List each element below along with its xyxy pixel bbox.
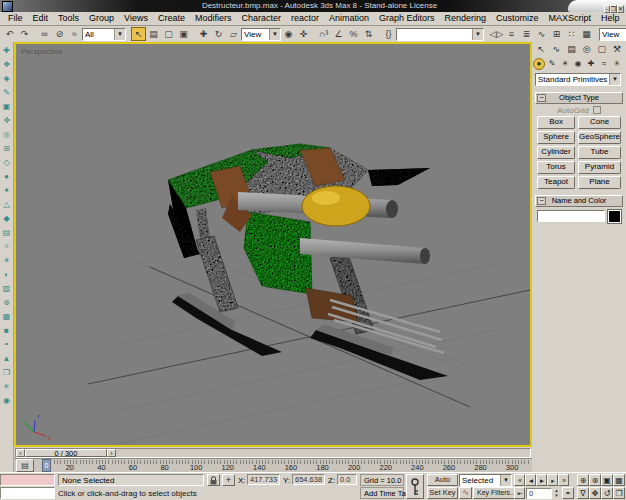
left-toolbar-icon[interactable]: ● [1, 171, 12, 182]
rectangular-selection-region-icon[interactable]: ▢ [161, 27, 176, 41]
object-color-swatch[interactable] [608, 210, 621, 223]
viewport-canvas[interactable]: x y z [16, 44, 530, 445]
menu-item[interactable]: Customize [491, 12, 544, 25]
object-name-field[interactable] [537, 210, 605, 222]
default-in-out-tangents-button[interactable]: ∿ [459, 487, 472, 499]
autogrid-checkbox[interactable] [593, 106, 601, 114]
unlink-selection-icon[interactable]: ⊘ [52, 27, 67, 41]
render-type-dropdown[interactable]: View ▼ [599, 28, 626, 41]
current-frame-marker[interactable]: 0 [42, 459, 51, 472]
zoom-icon[interactable]: ⊕ [577, 474, 589, 486]
time-configuration-button[interactable]: ◓ [562, 487, 574, 499]
curve-editor-icon[interactable]: ∿ [534, 27, 549, 41]
collapse-icon[interactable]: − [537, 197, 546, 205]
pan-icon[interactable]: ✥ [589, 487, 601, 499]
restore-button[interactable]: ❐ [610, 5, 617, 13]
viewport-label[interactable]: Perspective [21, 47, 63, 56]
menu-item[interactable]: Rendering [440, 12, 492, 25]
menu-item[interactable]: Modifiers [190, 12, 237, 25]
reference-coordinate-dropdown[interactable]: View ▼ [241, 28, 281, 41]
menu-item[interactable]: Animation [324, 12, 374, 25]
collapse-icon[interactable]: − [537, 94, 546, 102]
menu-item[interactable]: MAXScript [544, 12, 597, 25]
use-pivot-point-center-icon[interactable]: ◉ [281, 27, 296, 41]
left-toolbar-icon[interactable]: ■ [1, 325, 12, 336]
left-toolbar-icon[interactable]: ✦ [1, 185, 12, 196]
tab-hierarchy[interactable]: ▤ [564, 43, 578, 57]
left-toolbar-icon[interactable]: ▦ [1, 311, 12, 322]
menu-item[interactable]: Create [153, 12, 190, 25]
create-tube-button[interactable]: Tube [578, 146, 621, 159]
redo-icon[interactable]: ↷ [17, 27, 32, 41]
y-coordinate-field[interactable]: 654.638 [292, 474, 325, 485]
next-frame-button[interactable]: ▸ [547, 474, 558, 486]
tab-create[interactable]: ↖ [534, 43, 548, 57]
left-toolbar-icon[interactable]: ✧ [1, 241, 12, 252]
tab-display[interactable]: ▢ [595, 43, 609, 57]
bind-to-space-warp-icon[interactable]: ≈ [67, 27, 82, 41]
mirror-icon[interactable]: ◁▷ [489, 27, 504, 41]
auto-key-button[interactable]: Auto Key [427, 474, 458, 486]
create-geosphere-button[interactable]: GeoSphere [578, 131, 621, 144]
x-coordinate-field[interactable]: 417.733 [247, 474, 280, 485]
tab-motion[interactable]: ◎ [580, 43, 594, 57]
tab-modify[interactable]: ∿ [549, 43, 563, 57]
close-button[interactable]: ✕ [617, 5, 624, 13]
left-toolbar-icon[interactable]: ▣ [1, 101, 12, 112]
current-frame-field[interactable]: 0 [526, 488, 552, 499]
transform-typein-button[interactable]: + [222, 474, 235, 486]
frame-spinner[interactable]: ▴ ▾ [553, 488, 560, 499]
previous-frame-arrow[interactable]: ‹ [16, 449, 25, 457]
left-toolbar-icon[interactable]: ▤ [1, 227, 12, 238]
subcategory-dropdown[interactable]: Standard Primitives ▼ [535, 73, 621, 86]
left-toolbar-icon[interactable]: ◉ [1, 395, 12, 406]
zoom-extents-all-icon[interactable]: ▦ [613, 474, 625, 486]
material-editor-icon[interactable]: ∷ [564, 27, 579, 41]
frame-ruler[interactable]: 2040608010012014016018020022024026028030… [54, 459, 530, 472]
maxscript-mini-listener[interactable] [0, 487, 55, 499]
menu-item[interactable]: Edit [28, 12, 54, 25]
select-and-rotate-icon[interactable]: ↻ [211, 27, 226, 41]
selection-lock-toggle[interactable] [207, 474, 220, 486]
add-time-tag[interactable]: Add Time Tag [360, 487, 404, 499]
field-of-view-icon[interactable]: ∇ [577, 487, 589, 499]
left-toolbar-icon[interactable]: ⊕ [1, 297, 12, 308]
zoom-all-icon[interactable]: ⊛ [589, 474, 601, 486]
menu-item[interactable]: File [3, 12, 28, 25]
left-toolbar-icon[interactable]: ✚ [1, 45, 12, 56]
render-setup-icon[interactable]: ▦ [579, 27, 594, 41]
percent-snap-icon[interactable]: % [346, 27, 361, 41]
min-max-toggle-icon[interactable]: ❐ [613, 487, 625, 499]
schematic-view-icon[interactable]: ⊞ [549, 27, 564, 41]
category-space-warps[interactable]: ≈ [598, 58, 610, 70]
left-toolbar-icon[interactable]: ◆ [1, 213, 12, 224]
named-selection-dropdown[interactable]: ▼ [396, 28, 484, 41]
create-cylinder-button[interactable]: Cylinder [537, 146, 575, 159]
left-toolbar-icon[interactable]: ◈ [1, 73, 12, 84]
left-toolbar-icon[interactable]: ❖ [1, 59, 12, 70]
category-cameras[interactable]: ◉ [572, 58, 584, 70]
select-and-move-icon[interactable]: ✚ [196, 27, 211, 41]
select-object-icon[interactable]: ↖ [131, 27, 146, 41]
select-by-name-icon[interactable]: ▤ [146, 27, 161, 41]
left-toolbar-icon[interactable]: ✳ [1, 381, 12, 392]
menu-item[interactable]: reactor [286, 12, 324, 25]
spinner-down-icon[interactable]: ▾ [553, 493, 560, 498]
zoom-extents-icon[interactable]: ▣ [601, 474, 613, 486]
spinner-snap-icon[interactable]: ⇅ [361, 27, 376, 41]
undo-icon[interactable]: ↶ [2, 27, 17, 41]
left-toolbar-icon[interactable]: ▲ [1, 353, 12, 364]
select-and-link-icon[interactable]: ∞ [37, 27, 52, 41]
left-toolbar-icon[interactable]: ✎ [1, 87, 12, 98]
key-mode-dropdown[interactable]: Selected ▼ [459, 474, 512, 487]
name-and-color-rollout-header[interactable]: − Name and Color [535, 195, 623, 207]
track-bar[interactable]: ▤ 0 204060801001201401601802002202402602… [14, 458, 532, 472]
menu-item[interactable]: Character [236, 12, 286, 25]
select-and-scale-icon[interactable]: ▱ [226, 27, 241, 41]
create-cone-button[interactable]: Cone [578, 116, 621, 129]
layer-manager-icon[interactable]: ≣ [519, 27, 534, 41]
left-toolbar-icon[interactable]: ⊞ [1, 143, 12, 154]
select-and-manipulate-icon[interactable]: ✜ [296, 27, 311, 41]
category-shapes[interactable]: ✎ [546, 58, 558, 70]
next-frame-arrow[interactable]: › [107, 449, 116, 457]
